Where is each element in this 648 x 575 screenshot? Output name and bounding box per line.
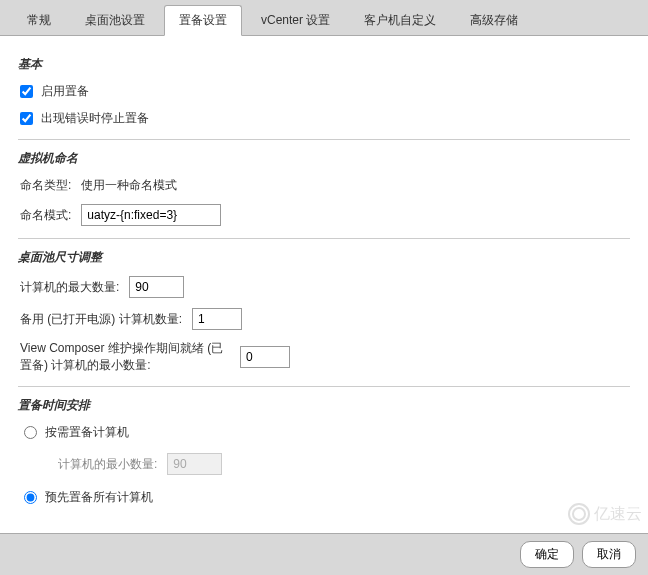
- tab-general[interactable]: 常规: [12, 5, 66, 35]
- divider: [18, 139, 630, 140]
- stop-on-error-checkbox[interactable]: [20, 112, 33, 125]
- enable-provisioning-checkbox[interactable]: [20, 85, 33, 98]
- max-machines-label: 计算机的最大数量:: [20, 279, 119, 296]
- footer-bar: 确定 取消: [0, 533, 648, 575]
- spare-machines-label: 备用 (已打开电源) 计算机数量:: [20, 311, 182, 328]
- min-ready-input[interactable]: [240, 346, 290, 368]
- tab-provisioning-settings[interactable]: 置备设置: [164, 5, 242, 36]
- on-demand-radio[interactable]: [24, 426, 37, 439]
- stop-on-error-row: 出现错误时停止置备: [20, 110, 630, 127]
- spare-machines-input[interactable]: [192, 308, 242, 330]
- tab-pool-settings[interactable]: 桌面池设置: [70, 5, 160, 35]
- naming-type-value: 使用一种命名模式: [81, 177, 177, 194]
- section-basic-title: 基本: [18, 56, 630, 73]
- stop-on-error-label: 出现错误时停止置备: [41, 110, 149, 127]
- spare-machines-row: 备用 (已打开电源) 计算机数量:: [20, 308, 630, 330]
- section-timing-title: 置备时间安排: [18, 397, 630, 414]
- tab-advanced-storage[interactable]: 高级存储: [455, 5, 533, 35]
- max-machines-input[interactable]: [129, 276, 184, 298]
- content-pane: 基本 启用置备 出现错误时停止置备 虚拟机命名 命名类型: 使用一种命名模式 命…: [0, 36, 648, 526]
- ok-button[interactable]: 确定: [520, 541, 574, 568]
- upfront-radio[interactable]: [24, 491, 37, 504]
- enable-provisioning-label: 启用置备: [41, 83, 89, 100]
- min-ready-row: View Composer 维护操作期间就绪 (已置备) 计算机的最小数量:: [20, 340, 630, 374]
- cancel-button[interactable]: 取消: [582, 541, 636, 568]
- min-ready-label: View Composer 维护操作期间就绪 (已置备) 计算机的最小数量:: [20, 340, 230, 374]
- min-machines-row: 计算机的最小数量:: [58, 453, 630, 475]
- naming-pattern-label: 命名模式:: [20, 207, 71, 224]
- section-vm-naming-title: 虚拟机命名: [18, 150, 630, 167]
- enable-provisioning-row: 启用置备: [20, 83, 630, 100]
- on-demand-label: 按需置备计算机: [45, 424, 129, 441]
- section-pool-sizing-title: 桌面池尺寸调整: [18, 249, 630, 266]
- on-demand-row: 按需置备计算机: [24, 424, 630, 441]
- upfront-row: 预先置备所有计算机: [24, 489, 630, 506]
- tab-guest-customization[interactable]: 客户机自定义: [349, 5, 451, 35]
- max-machines-row: 计算机的最大数量:: [20, 276, 630, 298]
- min-machines-label: 计算机的最小数量:: [58, 456, 157, 473]
- naming-pattern-input[interactable]: [81, 204, 221, 226]
- tab-vcenter-settings[interactable]: vCenter 设置: [246, 5, 345, 35]
- min-machines-input: [167, 453, 222, 475]
- tab-bar: 常规 桌面池设置 置备设置 vCenter 设置 客户机自定义 高级存储: [0, 0, 648, 36]
- divider: [18, 386, 630, 387]
- naming-pattern-row: 命名模式:: [20, 204, 630, 226]
- naming-type-row: 命名类型: 使用一种命名模式: [20, 177, 630, 194]
- divider: [18, 238, 630, 239]
- upfront-label: 预先置备所有计算机: [45, 489, 153, 506]
- naming-type-label: 命名类型:: [20, 177, 71, 194]
